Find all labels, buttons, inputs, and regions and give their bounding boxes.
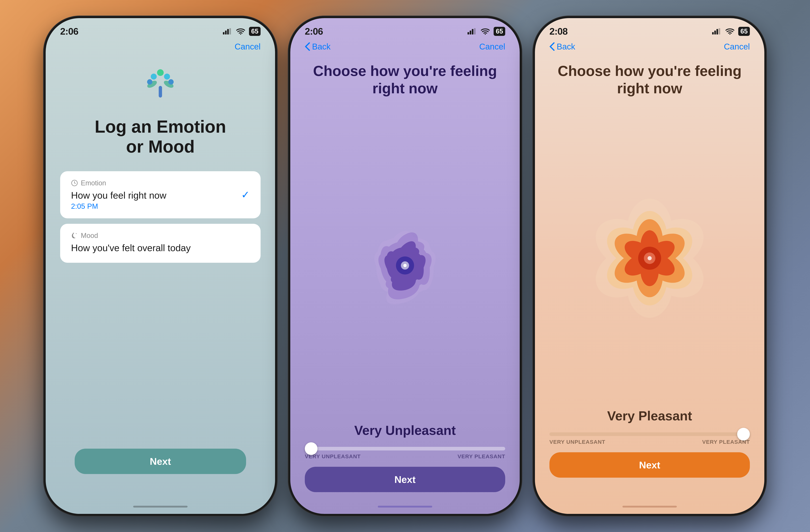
emotion-card-subtitle: 2:05 PM	[71, 202, 166, 210]
emotion-label: Emotion	[71, 179, 166, 187]
wifi-icon-1	[236, 28, 245, 35]
screen-2: 2:06 65	[290, 18, 520, 514]
home-bar-1	[133, 506, 188, 507]
phone-2: 2:06 65	[288, 16, 522, 516]
slider-track-2[interactable]	[305, 447, 505, 450]
status-bar-2: 2:06 65	[290, 18, 520, 38]
cancel-button-3[interactable]: Cancel	[724, 42, 750, 51]
status-bar-1: 2:06	[46, 18, 275, 38]
svg-point-55	[648, 256, 652, 260]
svg-point-10	[164, 74, 170, 80]
orange-flower-icon	[588, 197, 711, 320]
svg-point-8	[157, 69, 164, 76]
next-section-1: Next	[46, 449, 275, 499]
screen-3-content: Choose how you're feeling right now	[535, 55, 764, 499]
svg-rect-27	[719, 28, 720, 35]
mood-label: Mood	[71, 232, 250, 240]
svg-point-20	[485, 34, 486, 35]
mood-label-2: Very Unpleasant	[354, 423, 456, 438]
status-icons-3: 65	[712, 27, 750, 36]
svg-rect-1	[225, 31, 227, 35]
mood-card[interactable]: Mood How you've felt overall today	[60, 224, 261, 263]
svg-point-28	[729, 34, 730, 35]
svg-point-4	[240, 34, 241, 35]
slider-2[interactable]: VERY UNPLEASANT VERY PLEASANT	[305, 447, 505, 460]
status-icons-2: 65	[468, 27, 505, 36]
checkmark-icon: ✓	[241, 189, 250, 200]
slider-right-label-2: VERY PLEASANT	[457, 453, 505, 460]
svg-line-15	[76, 233, 77, 234]
clock-icon	[71, 180, 78, 187]
svg-rect-16	[468, 32, 469, 34]
back-button-2[interactable]: Back	[305, 42, 330, 51]
next-button-2[interactable]: Next	[305, 467, 505, 492]
home-indicator-3	[535, 499, 764, 514]
status-time-2: 2:06	[305, 26, 323, 37]
home-bar-3	[622, 506, 677, 507]
chevron-left-icon-2	[305, 43, 310, 51]
signal-icon-2	[468, 28, 477, 35]
flower-container-3	[549, 108, 750, 408]
nav-3: Back Cancel	[535, 38, 764, 55]
cancel-button-2[interactable]: Cancel	[479, 42, 505, 51]
svg-rect-25	[714, 31, 716, 35]
svg-rect-0	[223, 32, 225, 34]
screen-1: 2:06	[46, 18, 275, 514]
slider-track-3[interactable]	[549, 432, 750, 436]
battery-1: 65	[249, 27, 261, 36]
flower-container-2	[305, 108, 505, 423]
slider-thumb-3[interactable]	[737, 428, 750, 440]
mood-card-title: How you've felt overall today	[71, 242, 250, 253]
home-bar-2	[378, 506, 432, 507]
emotion-card-title: How you feel right now	[71, 190, 166, 201]
svg-rect-3	[229, 28, 231, 35]
choose-title-2: Choose how you're feeling right now	[313, 62, 497, 97]
screen-1-title: Log an Emotion or Mood	[95, 117, 226, 157]
cancel-button-1[interactable]: Cancel	[235, 42, 261, 51]
next-button-3[interactable]: Next	[549, 452, 750, 478]
svg-rect-18	[472, 29, 473, 34]
home-indicator-2	[290, 499, 520, 514]
svg-point-11	[147, 79, 152, 84]
svg-rect-24	[712, 32, 714, 34]
svg-point-9	[151, 74, 157, 80]
battery-2: 65	[493, 27, 505, 36]
mood-label-3: Very Pleasant	[607, 408, 692, 423]
slider-3[interactable]: VERY UNPLEASANT VERY PLEASANT	[549, 432, 750, 445]
status-bar-3: 2:08 65	[535, 18, 764, 38]
screen-1-content: Log an Emotion or Mood Emotion	[46, 55, 275, 449]
next-button-1[interactable]: Next	[75, 449, 246, 474]
phone-1: 2:06	[44, 16, 277, 516]
nav-2: Back Cancel	[290, 38, 520, 55]
moon-icon	[71, 232, 78, 239]
choose-title-3: Choose how you're feeling right now	[558, 62, 742, 97]
emotion-card[interactable]: Emotion How you feel right now 2:05 PM ✓	[60, 171, 261, 218]
battery-3: 65	[738, 27, 750, 36]
wifi-icon-2	[481, 28, 490, 35]
purple-flower-icon	[343, 204, 467, 327]
slider-thumb-2[interactable]	[305, 442, 318, 455]
home-indicator-1	[46, 499, 275, 514]
wifi-icon-3	[725, 28, 735, 35]
chevron-left-icon-3	[549, 43, 555, 51]
status-time-3: 2:08	[549, 26, 568, 37]
screen-3: 2:08 65	[535, 18, 764, 514]
status-icons-1: 65	[223, 27, 261, 36]
health-icon	[141, 66, 180, 106]
svg-rect-2	[227, 29, 229, 34]
svg-rect-5	[159, 86, 162, 97]
slider-left-label-3: VERY UNPLEASANT	[549, 439, 605, 445]
back-button-3[interactable]: Back	[549, 42, 575, 51]
nav-1: Cancel	[46, 38, 275, 55]
phone-3: 2:08 65	[533, 16, 766, 516]
slider-labels-2: VERY UNPLEASANT VERY PLEASANT	[305, 453, 505, 460]
svg-point-23	[403, 264, 407, 267]
signal-icon-1	[223, 28, 232, 35]
svg-point-12	[168, 79, 174, 84]
svg-rect-19	[474, 28, 476, 35]
screen-2-content: Choose how you're feeling right now	[290, 55, 520, 499]
slider-labels-3: VERY UNPLEASANT VERY PLEASANT	[549, 439, 750, 445]
signal-icon-3	[712, 28, 722, 35]
svg-rect-17	[470, 31, 471, 35]
status-time-1: 2:06	[60, 26, 78, 37]
